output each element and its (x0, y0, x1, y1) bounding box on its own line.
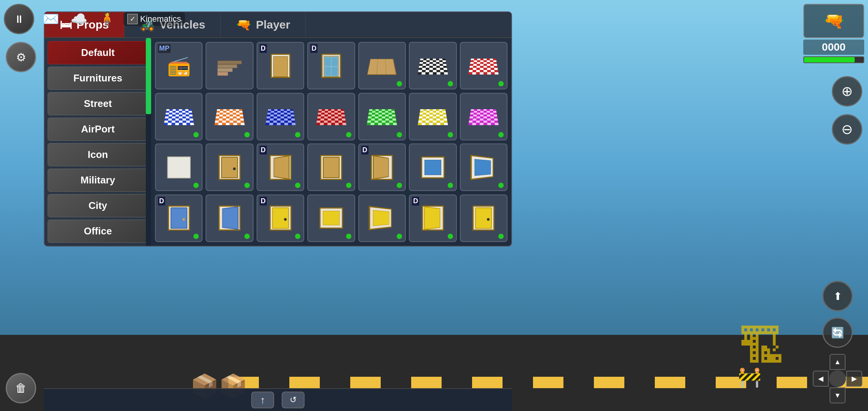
item-visual-door-yellow-2 (212, 201, 247, 236)
character-icon-3: 🧍 (94, 6, 120, 32)
crane-decoration: 🏗 (739, 320, 784, 373)
character-icon-2: ☁️ (65, 6, 92, 32)
grid-item-door-brown[interactable]: D (257, 42, 304, 89)
item-dot (498, 81, 504, 86)
zoom-out-button[interactable]: ⊖ (832, 114, 862, 145)
item-dot (397, 81, 402, 86)
grid-item-checker-orange[interactable] (206, 93, 253, 140)
bottom-right-controls: ⬆ 🔄 ▲ ▼ ◀ ▶ (813, 281, 862, 403)
dpad: ▲ ▼ ◀ ▶ (813, 354, 862, 403)
item-dot (448, 132, 453, 137)
dpad-center (829, 370, 846, 387)
grid-item-door-frame-1[interactable] (206, 143, 253, 191)
character-icons: ✉️ ☁️ 🧍 (37, 6, 120, 32)
grid-item-yellow-window[interactable] (307, 194, 355, 242)
grid-item-checker-dark-red[interactable] (307, 93, 355, 140)
grid-item-yellow-door-d[interactable]: D (409, 194, 456, 242)
right-side-controls: ⊕ ⊖ (832, 76, 862, 145)
grid-item-checker-bw[interactable] (409, 42, 456, 89)
item-dot (346, 183, 351, 188)
sidebar-item-icon[interactable]: Icon (48, 143, 148, 166)
item-visual-floor-wood (365, 48, 399, 83)
item-dot (397, 183, 402, 188)
item-dot (244, 132, 250, 137)
item-visual-yellow-window-side (365, 201, 399, 236)
dpad-down[interactable]: ▼ (830, 387, 846, 403)
health-bar-container (803, 56, 864, 63)
sidebar-scroll-thumb (146, 38, 151, 114)
item-visual-wall-white (161, 150, 196, 185)
road-stripe (228, 377, 868, 388)
svg-rect-14 (164, 109, 194, 125)
item-visual-checker-orange (212, 99, 247, 134)
sidebar-item-furnitures[interactable]: Furnitures (48, 67, 148, 90)
item-visual-checker-yellow (415, 99, 450, 134)
sidebar-item-default[interactable]: Default (48, 41, 148, 64)
grid-item-blue-window-2[interactable] (460, 143, 507, 191)
dpad-up[interactable]: ▲ (830, 354, 846, 370)
item-dot (498, 183, 504, 188)
item-visual-radio: 📻 (161, 48, 196, 83)
item-visual-door-frame-1 (212, 150, 247, 185)
item-dot (448, 183, 453, 188)
tab-player[interactable]: 🔫 Player (221, 12, 306, 37)
item-visual-door-brown (263, 48, 298, 83)
kinematics-toggle[interactable]: ✓ Kinematics (123, 12, 185, 26)
grid-item-door-glass[interactable]: D (307, 42, 355, 89)
grid-item-checker-dark-blue[interactable] (257, 93, 304, 140)
item-dot (498, 132, 504, 137)
grid-item-checker-yellow[interactable] (409, 93, 456, 140)
sidebar-item-military[interactable]: Military (48, 169, 148, 192)
item-dot (346, 234, 351, 239)
grid-item-checker-blue-white[interactable] (155, 93, 203, 140)
kinematics-checkbox[interactable]: ✓ (127, 14, 138, 24)
refresh-button[interactable]: ↺ (282, 392, 305, 408)
scroll-up-button[interactable]: ↑ (251, 392, 274, 408)
zoom-in-button[interactable]: ⊕ (832, 76, 862, 107)
sidebar-item-airport[interactable]: AirPort (48, 118, 148, 141)
grid-item-door-frame-4[interactable]: D (358, 143, 406, 191)
health-bar (804, 57, 855, 62)
grid-item-door-yellow-2[interactable] (206, 194, 253, 242)
pause-button[interactable]: ⏸ (4, 4, 34, 34)
item-dot (295, 234, 300, 239)
grid-item-door-blue-1[interactable]: D (155, 194, 203, 242)
grid-item-checker-green[interactable] (358, 93, 406, 140)
delete-button[interactable]: 🗑 (6, 373, 36, 403)
grid-item-checker-red[interactable] (460, 42, 507, 89)
top-right-controls: 🔫 0000 (803, 4, 864, 63)
grid-item-wall-white[interactable] (155, 143, 203, 191)
grid-item-blue-window-1[interactable] (409, 143, 456, 191)
svg-rect-24 (265, 109, 295, 125)
item-visual-yellow-door (466, 201, 501, 236)
grid-item-stairs[interactable] (206, 42, 253, 89)
grid-item-door-frame-2[interactable]: D (257, 143, 304, 191)
item-visual-door-frame-3 (314, 150, 349, 185)
grid-item-checker-pink[interactable] (460, 93, 507, 140)
grid-item-radio[interactable]: MP 📻 (155, 42, 203, 89)
character-icon-1: ✉️ (37, 6, 64, 32)
grid-item-door-frame-3[interactable] (307, 143, 355, 191)
grid-item-door-yellow-1[interactable]: D (257, 194, 304, 242)
sidebar-item-street[interactable]: Street (48, 92, 148, 115)
sidebar-scrollbar[interactable] (146, 38, 151, 246)
svg-rect-39 (418, 109, 448, 125)
grid-item-yellow-window-side[interactable] (358, 194, 406, 242)
svg-rect-9 (469, 59, 499, 75)
item-dot (193, 234, 199, 239)
sidebar-item-office[interactable]: Office (48, 220, 148, 243)
grid-item-floor-wood[interactable] (358, 42, 406, 89)
scroll-up-icon: ↑ (260, 394, 265, 406)
player-icon: 🔫 (236, 18, 251, 32)
dpad-left[interactable]: ◀ (813, 371, 829, 387)
svg-rect-19 (214, 109, 244, 125)
cycle-button[interactable]: 🔄 (822, 317, 853, 348)
settings-button[interactable]: ⚙ (6, 42, 36, 72)
dpad-right[interactable]: ▶ (846, 371, 862, 387)
item-dot (346, 132, 351, 137)
upload-button[interactable]: ⬆ (822, 281, 853, 311)
item-visual-door-glass (314, 48, 349, 83)
sidebar-item-city[interactable]: City (48, 194, 148, 217)
grid-item-yellow-door[interactable] (460, 194, 507, 242)
refresh-icon: ↺ (290, 395, 297, 405)
